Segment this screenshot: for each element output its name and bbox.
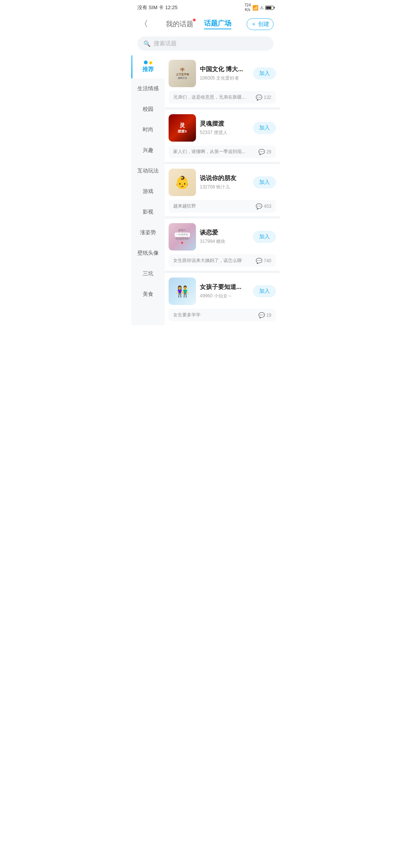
chat-icon-girl: 💬 [258, 312, 265, 318]
header-tabs: 我的话题 话题广场 [155, 19, 242, 29]
sidebar-item-game[interactable]: 游戏 [131, 181, 165, 202]
comment-preview-soul[interactable]: 家人们，谁懂啊，从第一季追到现... 💬 28 [169, 145, 276, 158]
topic-count-friend: 132709 铁汁儿 [200, 184, 249, 190]
topic-main-soul: 灵 摆渡II 灵魂摆渡 52337 摆渡人 加入 [165, 110, 280, 145]
topic-name-china: 中国文化 博大... [200, 65, 249, 73]
sidebar-item-food[interactable]: 美食 [131, 284, 165, 305]
chat-icon-friend: 💬 [256, 203, 262, 209]
topic-main-love: 在吗？ 一句"想买你" 无法形容喜欢 🎈 谈恋爱 317994 糖块 加入 [165, 219, 280, 254]
sidebar-item-improve[interactable]: 涨姿势 [131, 222, 165, 243]
main-content: 推荐 生活情感 校园 时尚 兴趣 互动玩法 游戏 影视 涨姿势 壁纸头像 三坑 … [131, 55, 280, 325]
sidebar-item-life[interactable]: 生活情感 [131, 78, 165, 99]
sidebar-item-fashion[interactable]: 时尚 [131, 120, 165, 140]
comment-count-girl: 💬 19 [258, 312, 271, 318]
topic-info-soul: 灵魂摆渡 52337 摆渡人 [200, 120, 249, 136]
join-button-friend[interactable]: 加入 [253, 176, 276, 188]
network-speed: 724 K/s [244, 3, 251, 12]
chat-icon: 💬 [256, 94, 262, 101]
topic-card-girl: 👫 女孩子要知道... 49960 小仙女～ 加入 女生要多学学 💬 19 [165, 273, 280, 321]
topic-card-friend: 👶 说说你的朋友 132709 铁汁儿 加入 越来越狂野 💬 453 [165, 164, 280, 212]
plus-icon: ＋ [251, 20, 257, 28]
topic-count-love: 317994 糖块 [200, 238, 249, 245]
back-button[interactable]: 〈 [137, 18, 150, 30]
topic-main-girl: 👫 女孩子要知道... 49960 小仙女～ 加入 [165, 273, 280, 309]
topic-card-soul: 灵 摆渡II 灵魂摆渡 52337 摆渡人 加入 家人们，谁懂啊，从第一季追到现… [165, 110, 280, 158]
topic-image-friend: 👶 [169, 169, 196, 196]
comment-preview-china[interactable]: 兄弟们，这是啥意思，兄弟在新疆... 💬 132 [169, 91, 276, 104]
topic-image-soul: 灵 摆渡II [169, 114, 196, 142]
topic-count-girl: 49960 小仙女～ [200, 293, 249, 299]
status-icons: 724 K/s 📶 ⚠ [244, 3, 274, 12]
join-button-girl[interactable]: 加入 [253, 285, 276, 297]
comment-text-soul: 家人们，谁懂啊，从第一季追到现... [173, 148, 258, 155]
topic-name-friend: 说说你的朋友 [200, 174, 249, 182]
battery-icon [265, 6, 274, 10]
topic-info-love: 谈恋爱 317994 糖块 [200, 229, 249, 245]
chat-icon-love: 💬 [256, 258, 262, 264]
topic-image-love: 在吗？ 一句"想买你" 无法形容喜欢 🎈 [169, 223, 196, 251]
join-button-china[interactable]: 加入 [253, 67, 276, 80]
search-bar[interactable]: 🔍 搜索话题 [137, 37, 274, 51]
sidebar-item-wallpaper[interactable]: 壁纸头像 [131, 243, 165, 263]
sidebar-item-interest[interactable]: 兴趣 [131, 140, 165, 161]
sidebar-item-film[interactable]: 影视 [131, 202, 165, 222]
sidebar: 推荐 生活情感 校园 时尚 兴趣 互动玩法 游戏 影视 涨姿势 壁纸头像 三坑 … [131, 55, 165, 325]
topic-image-china: 中 上下五千年 国际文化 [169, 60, 196, 87]
comment-text-girl: 女生要多学学 [173, 312, 258, 318]
topic-info-china: 中国文化 博大... 106005 文化爱好者 [200, 65, 249, 81]
signal-icon: ⚠ [260, 5, 264, 10]
tab-plaza[interactable]: 话题广场 [204, 19, 231, 29]
comment-count-love: 💬 740 [256, 258, 271, 264]
topic-name-girl: 女孩子要知道... [200, 283, 249, 291]
topic-count-soul: 52337 摆渡人 [200, 129, 249, 136]
comment-preview-girl[interactable]: 女生要多学学 💬 19 [169, 309, 276, 321]
search-placeholder: 搜索话题 [154, 40, 177, 47]
topic-card-love: 在吗？ 一句"想买你" 无法形容喜欢 🎈 谈恋爱 317994 糖块 加入 女生… [165, 219, 280, 267]
topic-main-china: 中 上下五千年 国际文化 中国文化 博大... 106005 文化爱好者 加入 [165, 55, 280, 91]
comment-count-friend: 💬 453 [256, 203, 271, 209]
sidebar-item-sanken[interactable]: 三坑 [131, 263, 165, 284]
topic-card-china: 中 上下五千年 国际文化 中国文化 博大... 106005 文化爱好者 加入 … [165, 55, 280, 104]
notification-dot [193, 19, 196, 21]
topic-name-soul: 灵魂摆渡 [200, 120, 249, 128]
sidebar-item-recommend[interactable]: 推荐 [131, 55, 165, 78]
comment-text-china: 兄弟们，这是啥意思，兄弟在新疆... [173, 94, 256, 101]
topic-main-friend: 👶 说说你的朋友 132709 铁汁儿 加入 [165, 164, 280, 200]
chat-icon-soul: 💬 [258, 149, 265, 155]
comment-preview-love[interactable]: 女生跟你说来大姨妈了，该怎么聊 💬 740 [169, 254, 276, 267]
comment-count-china: 💬 132 [256, 94, 271, 101]
comment-preview-friend[interactable]: 越来越狂野 💬 453 [169, 200, 276, 212]
tab-my-topics[interactable]: 我的话题 [166, 19, 193, 29]
status-bar: 没有 SIM 卡 12:25 724 K/s 📶 ⚠ [131, 0, 280, 14]
status-time: 没有 SIM 卡 12:25 [137, 4, 177, 11]
sidebar-label-recommend: 推荐 [142, 66, 154, 73]
comment-count-soul: 💬 28 [258, 149, 271, 155]
header: 〈 我的话题 话题广场 ＋ 创建 [131, 14, 280, 35]
topic-name-love: 谈恋爱 [200, 229, 249, 237]
sidebar-item-campus[interactable]: 校园 [131, 99, 165, 120]
create-button[interactable]: ＋ 创建 [247, 18, 274, 30]
sidebar-item-interact[interactable]: 互动玩法 [131, 161, 165, 181]
join-button-love[interactable]: 加入 [253, 231, 276, 243]
topic-count-china: 106005 文化爱好者 [200, 75, 249, 81]
topic-image-girl: 👫 [169, 278, 196, 305]
search-icon: 🔍 [143, 40, 151, 47]
wifi-icon: 📶 [252, 5, 258, 11]
dot-yellow [149, 61, 152, 64]
comment-text-love: 女生跟你说来大姨妈了，该怎么聊 [173, 257, 256, 264]
join-button-soul[interactable]: 加入 [253, 122, 276, 134]
dot-blue [144, 61, 148, 64]
content-list: 中 上下五千年 国际文化 中国文化 博大... 106005 文化爱好者 加入 … [165, 55, 280, 325]
recommend-dots [144, 61, 152, 64]
topic-info-girl: 女孩子要知道... 49960 小仙女～ [200, 283, 249, 299]
topic-info-friend: 说说你的朋友 132709 铁汁儿 [200, 174, 249, 190]
comment-text-friend: 越来越狂野 [173, 203, 256, 209]
